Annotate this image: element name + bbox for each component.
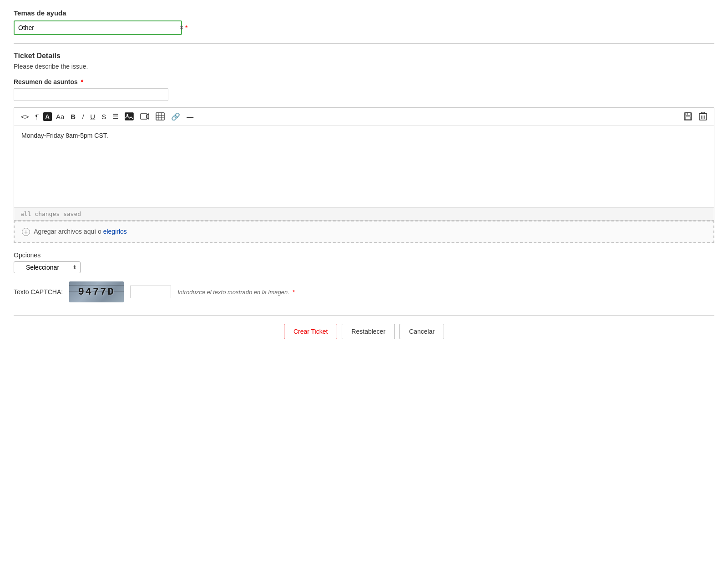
toolbar-fontsize-btn[interactable]: Aa xyxy=(54,111,66,122)
toolbar-trash-btn[interactable] xyxy=(697,110,709,122)
toolbar-code-btn[interactable]: <> xyxy=(19,111,31,122)
section-divider-1 xyxy=(14,43,714,44)
svg-rect-11 xyxy=(685,117,691,120)
file-drop-link[interactable]: elegirlos xyxy=(103,228,127,235)
crear-ticket-button[interactable]: Crear Ticket xyxy=(284,324,337,339)
ticket-details-title: Ticket Details xyxy=(14,52,714,60)
toolbar-image-btn[interactable] xyxy=(122,111,136,122)
svg-marker-3 xyxy=(147,114,149,119)
svg-rect-0 xyxy=(125,113,133,120)
captcha-row: Texto CAPTCHA: 9477D Introduzca el texto… xyxy=(14,281,714,302)
restablecer-button[interactable]: Restablecer xyxy=(342,324,395,339)
help-topic-required-star: * xyxy=(185,24,187,31)
form-actions: Crear Ticket Restablecer Cancelar xyxy=(14,324,714,339)
captcha-input[interactable] xyxy=(130,286,171,298)
captcha-required-star: * xyxy=(292,289,294,296)
svg-rect-12 xyxy=(687,113,688,115)
toolbar-link-btn[interactable]: 🔗 xyxy=(169,111,182,122)
toolbar-italic-btn[interactable]: I xyxy=(80,111,86,122)
toolbar-hr-btn[interactable]: — xyxy=(184,111,196,122)
summary-label: Resumen de asuntos * xyxy=(14,78,714,85)
options-label: Opciones xyxy=(14,251,714,259)
ticket-details-subtitle: Please describe the issue. xyxy=(14,63,714,70)
toolbar-video-btn[interactable] xyxy=(138,111,152,121)
cancelar-button[interactable]: Cancelar xyxy=(399,324,444,339)
svg-rect-15 xyxy=(701,112,705,114)
ticket-details-section: Ticket Details Please describe the issue… xyxy=(14,52,714,243)
captcha-label: Texto CAPTCHA: xyxy=(14,288,63,296)
toolbar-underline-btn[interactable]: U xyxy=(88,111,97,122)
editor-toolbar: <> ¶ A Aa B I U S ☰ xyxy=(14,108,714,125)
footer-divider xyxy=(14,315,714,316)
toolbar-font-btn[interactable]: A xyxy=(43,112,52,121)
summary-input[interactable] xyxy=(14,88,168,101)
editor-status: all changes saved xyxy=(14,207,714,220)
toolbar-save-btn[interactable] xyxy=(681,110,695,122)
svg-rect-4 xyxy=(156,113,164,120)
toolbar-list-btn[interactable]: ☰ xyxy=(110,111,121,122)
options-section: Opciones — Seleccionar — Option 1 Option… xyxy=(14,251,714,302)
add-file-icon: + xyxy=(22,228,30,236)
help-topic-select-wrapper: Other General Question Technical Support… xyxy=(14,20,187,35)
captcha-image: 9477D xyxy=(69,281,124,302)
toolbar-table-btn[interactable] xyxy=(153,111,167,122)
editor-container: <> ¶ A Aa B I U S ☰ xyxy=(14,107,714,221)
toolbar-strikethrough-btn[interactable]: S xyxy=(99,111,108,122)
options-select-wrapper: — Seleccionar — Option 1 Option 2 ⬍ xyxy=(14,261,81,273)
file-drop-text: Agregar archivos aquí o xyxy=(34,228,103,235)
svg-rect-2 xyxy=(141,114,147,119)
options-select[interactable]: — Seleccionar — Option 1 Option 2 xyxy=(14,261,81,273)
editor-body[interactable]: Monday-Friday 8am-5pm CST. xyxy=(14,125,714,207)
summary-required-star: * xyxy=(79,78,83,85)
help-topic-section: Temas de ayuda Other General Question Te… xyxy=(14,9,714,35)
toolbar-paragraph-btn[interactable]: ¶ xyxy=(33,111,41,122)
help-topic-label: Temas de ayuda xyxy=(14,9,714,17)
help-topic-select[interactable]: Other General Question Technical Support… xyxy=(14,20,182,35)
toolbar-bold-btn[interactable]: B xyxy=(68,111,78,122)
file-drop-zone[interactable]: + Agregar archivos aquí o elegirlos xyxy=(14,221,714,243)
captcha-hint: Introduzca el texto mostrado en la image… xyxy=(177,289,294,296)
